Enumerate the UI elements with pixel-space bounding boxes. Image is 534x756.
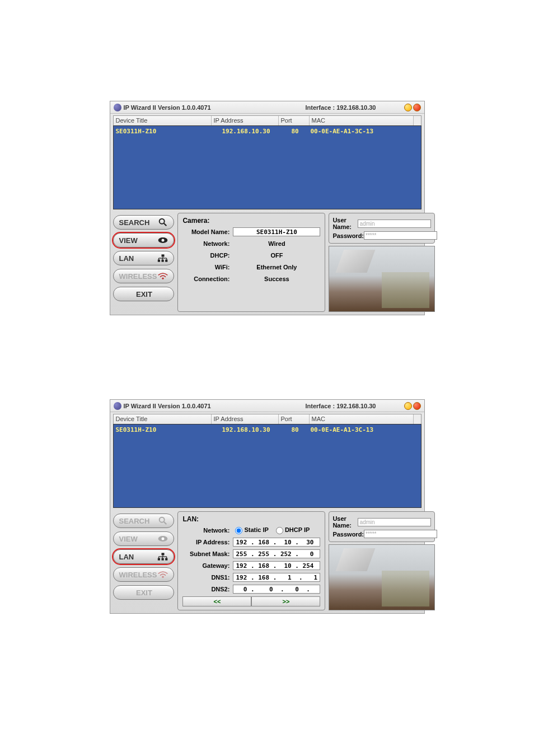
svg-rect-6 [162, 260, 164, 262]
eye-icon [157, 534, 169, 544]
wifi-icon [157, 570, 169, 580]
ip-wizard-window-view: IP Wizard II Version 1.0.0.4071 Interfac… [110, 101, 425, 315]
row-port: 80 [280, 426, 311, 433]
row-title: SE0311H-Z10 [116, 426, 213, 433]
col-port[interactable]: Port [279, 414, 310, 424]
credentials-pane: User Name: Password: [329, 213, 435, 312]
app-icon [114, 104, 121, 111]
panel-title: LAN: [182, 515, 320, 523]
close-button[interactable] [413, 104, 421, 111]
svg-point-14 [160, 517, 165, 522]
static-ip-radio[interactable]: Static IP [235, 526, 268, 533]
highlight-ring [112, 232, 176, 249]
row-title: SE0311H-Z10 [116, 128, 213, 135]
lan-button[interactable]: LAN [113, 251, 175, 265]
password-input[interactable] [364, 530, 437, 538]
dhcp-ip-radio[interactable]: DHCP IP [276, 526, 310, 533]
svg-point-17 [162, 538, 165, 540]
col-device[interactable]: Device Title [114, 116, 212, 125]
app-icon [114, 402, 121, 410]
sidebar: SEARCH VIEW LAN WIRELESS EXIT [113, 511, 175, 610]
connection-value: Success [233, 276, 320, 282]
svg-rect-7 [166, 260, 168, 262]
password-input[interactable] [364, 231, 437, 240]
prev-button[interactable]: << [182, 596, 251, 606]
model-value [233, 227, 320, 236]
col-port[interactable]: Port [279, 116, 310, 125]
camera-preview [329, 544, 435, 610]
exit-button[interactable]: EXIT [113, 585, 175, 600]
ip-input[interactable] [233, 538, 320, 547]
titlebar[interactable]: IP Wizard II Version 1.0.0.4071 Interfac… [110, 400, 424, 412]
titlebar[interactable]: IP Wizard II Version 1.0.0.4071 Interfac… [110, 101, 424, 114]
device-row[interactable]: SE0311H-Z10 192.168.10.30 80 00-0E-AE-A1… [114, 424, 421, 435]
sidebar: SEARCH VIEW LAN WIRELESS EXIT [113, 213, 175, 312]
view-button[interactable]: VIEW [113, 233, 175, 248]
interface-label: Interface : 192.168.10.30 [306, 403, 376, 409]
wireless-button[interactable]: WIRELESS [113, 567, 175, 582]
col-ip[interactable]: IP Address [212, 116, 279, 125]
minimize-button[interactable] [404, 402, 412, 410]
app-title: IP Wizard II Version 1.0.0.4071 [124, 403, 306, 409]
network-value: Wired [233, 240, 320, 247]
device-row[interactable]: SE0311H-Z10 192.168.10.30 80 00-0E-AE-A1… [114, 126, 421, 137]
svg-line-15 [164, 522, 167, 525]
wifi-icon [157, 271, 169, 281]
row-port: 80 [280, 128, 311, 135]
svg-point-0 [160, 219, 165, 224]
wireless-button[interactable]: WIRELESS [113, 269, 175, 283]
next-button[interactable]: >> [251, 596, 320, 606]
col-mac[interactable]: MAC [310, 414, 413, 424]
highlight-ring [112, 548, 176, 565]
view-button[interactable]: VIEW [113, 531, 175, 546]
scroll-gutter [413, 116, 421, 125]
row-mac: 00-0E-AE-A1-3C-13 [311, 426, 419, 433]
svg-rect-5 [158, 260, 160, 262]
row-ip: 192.168.10.30 [213, 128, 280, 135]
lan-panel: LAN: Network: Static IP DHCP IP IP Addre… [177, 511, 325, 610]
svg-point-13 [162, 278, 164, 279]
dhcp-value: OFF [233, 252, 320, 259]
panel-title: Camera: [182, 217, 320, 225]
camera-preview [329, 246, 435, 312]
scroll-gutter [413, 414, 421, 424]
svg-line-1 [164, 223, 167, 226]
lan-button[interactable]: LAN [113, 549, 175, 564]
gateway-input[interactable] [233, 561, 320, 570]
exit-button[interactable]: EXIT [113, 287, 175, 301]
username-input[interactable] [358, 518, 431, 526]
app-title: IP Wizard II Version 1.0.0.4071 [124, 104, 306, 111]
svg-point-27 [162, 576, 164, 578]
search-button[interactable]: SEARCH [113, 514, 175, 528]
wifi-value: Ethernet Only [233, 264, 320, 270]
table-header: Device Title IP Address Port MAC [113, 115, 421, 125]
row-ip: 192.168.10.30 [213, 426, 280, 433]
credentials-pane: User Name: Password: [329, 511, 435, 610]
search-button[interactable]: SEARCH [113, 215, 175, 230]
interface-label: Interface : 192.168.10.30 [306, 104, 376, 111]
col-device[interactable]: Device Title [114, 414, 212, 424]
device-list[interactable]: SE0311H-Z10 192.168.10.30 80 00-0E-AE-A1… [113, 125, 421, 209]
device-list[interactable]: SE0311H-Z10 192.168.10.30 80 00-0E-AE-A1… [113, 424, 421, 508]
row-mac: 00-0E-AE-A1-3C-13 [311, 128, 419, 135]
search-icon [157, 217, 169, 227]
subnet-input[interactable] [233, 549, 320, 558]
table-header: Device Title IP Address Port MAC [113, 414, 421, 424]
dns2-input[interactable] [233, 585, 320, 594]
ip-wizard-window-lan: IP Wizard II Version 1.0.0.4071 Interfac… [110, 399, 425, 614]
svg-rect-4 [162, 254, 165, 256]
close-button[interactable] [413, 402, 421, 410]
col-ip[interactable]: IP Address [212, 414, 279, 424]
minimize-button[interactable] [404, 104, 412, 111]
network-icon [157, 253, 169, 263]
camera-panel: Camera: Model Name: Network:Wired DHCP:O… [177, 213, 325, 312]
col-mac[interactable]: MAC [310, 116, 413, 125]
username-input[interactable] [358, 220, 431, 228]
dns1-input[interactable] [233, 573, 320, 582]
search-icon [157, 516, 169, 526]
